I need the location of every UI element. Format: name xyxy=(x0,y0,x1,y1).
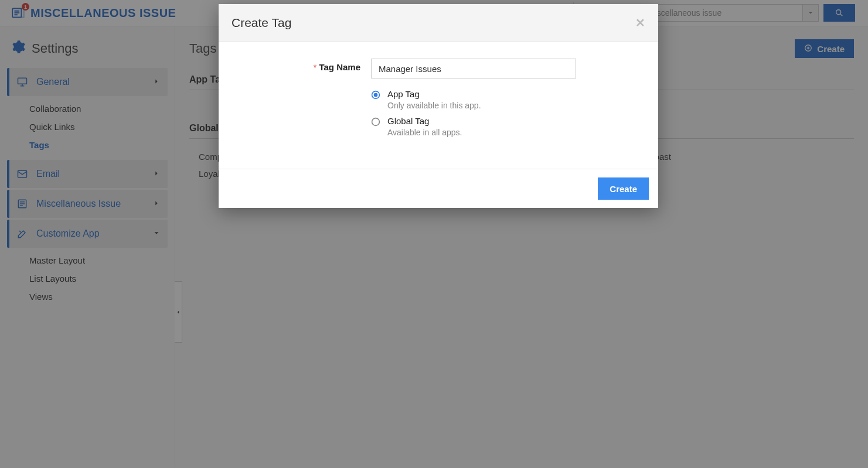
radio-selected-icon xyxy=(371,90,380,101)
close-icon[interactable]: ✕ xyxy=(635,16,645,30)
svg-point-7 xyxy=(374,93,378,97)
radio-unselected-icon xyxy=(371,117,380,128)
required-marker: * xyxy=(314,62,317,72)
tag-name-label: *Tag Name xyxy=(236,59,371,72)
modal-header: Create Tag ✕ xyxy=(219,4,658,42)
radio-label: Global Tag xyxy=(387,116,462,126)
radio-description: Available in all apps. xyxy=(387,128,462,137)
create-tag-modal: Create Tag ✕ *Tag Name xyxy=(219,4,658,208)
radio-app-tag[interactable]: App Tag Only available in this app. xyxy=(371,89,641,110)
radio-global-tag[interactable]: Global Tag Available in all apps. xyxy=(371,116,641,137)
radio-label: App Tag xyxy=(387,89,481,99)
modal-title: Create Tag xyxy=(232,16,291,30)
svg-point-8 xyxy=(372,118,380,126)
tag-name-input[interactable] xyxy=(371,59,576,78)
radio-description: Only available in this app. xyxy=(387,101,481,110)
modal-create-button[interactable]: Create xyxy=(598,177,649,200)
